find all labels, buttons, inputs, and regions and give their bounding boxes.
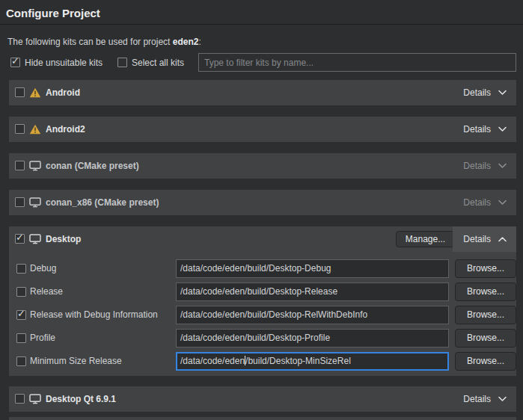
details-label: Details xyxy=(463,234,491,244)
kit-name: Android xyxy=(46,80,80,105)
title-separator xyxy=(0,24,523,25)
subtitle-prefix: The following kits can be used for proje… xyxy=(7,37,173,47)
kit-row-desktop-qt: Desktop Qt 6.9.1 Details xyxy=(9,386,516,412)
chevron-down-icon xyxy=(498,126,507,132)
kit-row-conan: conan (CMake preset) Details xyxy=(9,153,516,179)
hide-unsuitable-label: Hide unsuitable kits xyxy=(25,58,103,68)
build-config-row-debug: Debug /data/code/eden/build/Desktop-Debu… xyxy=(9,259,516,278)
kit-name: conan_x86 (CMake preset) xyxy=(46,190,159,215)
desktop-monitor-icon xyxy=(29,394,41,404)
warning-icon xyxy=(29,124,41,135)
page-title: Configure Project xyxy=(6,7,100,19)
kit-row-conan-x86: conan_x86 (CMake preset) Details xyxy=(9,190,516,215)
check-icon: ✓ xyxy=(16,232,24,242)
config-checkbox[interactable] xyxy=(16,356,26,366)
details-button[interactable]: Details xyxy=(453,386,516,412)
next-kit-row-partial xyxy=(9,417,516,420)
configure-project-screen: Configure Project The following kits can… xyxy=(0,0,523,420)
details-label: Details xyxy=(463,394,491,404)
chevron-down-icon xyxy=(498,396,507,402)
chevron-down-icon xyxy=(498,200,507,206)
build-dir-value: /build/Desktop-MinSizeRel xyxy=(245,356,351,366)
kit-row-android2: Android2 Details xyxy=(9,117,516,142)
config-label: Release with Debug Information xyxy=(30,306,158,324)
config-checkbox[interactable] xyxy=(16,287,26,297)
details-label: Details xyxy=(463,197,491,208)
details-label: Details xyxy=(463,161,491,171)
browse-button[interactable]: Browse... xyxy=(455,259,516,278)
details-button[interactable]: Details xyxy=(453,153,516,179)
chevron-up-icon xyxy=(498,236,507,242)
kit-checkbox[interactable]: ✓ xyxy=(15,234,25,244)
desktop-monitor-icon xyxy=(29,197,41,208)
browse-button[interactable]: Browse... xyxy=(455,282,516,301)
details-button[interactable]: Details xyxy=(453,80,516,105)
build-dir-input[interactable]: /data/code/eden/build/Desktop-Debug xyxy=(176,259,449,278)
kit-checkbox[interactable] xyxy=(15,87,25,97)
build-dir-input[interactable]: /data/code/eden/build/Desktop-Release xyxy=(176,282,449,301)
config-checkbox[interactable]: ✓ xyxy=(16,310,26,320)
details-label: Details xyxy=(463,87,491,98)
kit-name: Desktop xyxy=(46,226,81,252)
details-button[interactable]: Details xyxy=(453,226,516,252)
kits-subtitle: The following kits can be used for proje… xyxy=(7,37,201,47)
build-dir-value: /data/code/eden xyxy=(180,356,245,366)
build-dir-input-focused[interactable]: /data/code/eden/build/Desktop-MinSizeRel xyxy=(176,352,449,371)
build-dir-input[interactable]: /data/code/eden/build/Desktop-Profile xyxy=(176,329,449,348)
kit-name: Desktop Qt 6.9.1 xyxy=(46,386,116,412)
build-dir-value: /data/code/eden/build/Desktop-Debug xyxy=(180,263,331,274)
browse-button[interactable]: Browse... xyxy=(455,352,516,371)
kit-row-android: Android Details xyxy=(9,80,516,105)
select-all-checkbox[interactable] xyxy=(117,58,127,67)
config-label: Debug xyxy=(30,259,56,278)
kit-name: Android2 xyxy=(46,117,85,142)
check-icon: ✓ xyxy=(11,56,19,66)
check-icon: ✓ xyxy=(17,309,25,318)
kit-checkbox[interactable] xyxy=(15,394,25,404)
desktop-monitor-icon xyxy=(29,234,41,244)
build-dir-input[interactable]: /data/code/eden/build/Desktop-RelWithDeb… xyxy=(176,306,449,324)
config-label: Minimum Size Release xyxy=(30,352,122,371)
config-label: Profile xyxy=(30,329,55,348)
config-checkbox[interactable] xyxy=(16,333,26,343)
details-label: Details xyxy=(463,124,491,135)
build-dir-value: /data/code/eden/build/Desktop-Profile xyxy=(180,333,330,343)
kit-row-desktop: ✓ Desktop Manage... Details xyxy=(9,226,516,252)
config-checkbox[interactable] xyxy=(16,264,26,274)
browse-button[interactable]: Browse... xyxy=(455,306,516,324)
kit-name: conan (CMake preset) xyxy=(46,153,139,179)
kit-filter-input[interactable] xyxy=(198,53,516,72)
build-config-row-profile: Profile /data/code/eden/build/Desktop-Pr… xyxy=(9,329,516,348)
hide-unsuitable-checkbox[interactable]: ✓ xyxy=(10,58,20,67)
kit-checkbox[interactable] xyxy=(15,197,25,207)
config-label: Release xyxy=(30,282,63,301)
build-config-row-release: Release /data/code/eden/build/Desktop-Re… xyxy=(9,282,516,301)
chevron-down-icon xyxy=(498,90,507,96)
desktop-monitor-icon xyxy=(29,161,41,171)
subtitle-suffix: : xyxy=(198,37,201,47)
kit-group-desktop: ✓ Desktop Manage... Details Debug /data/… xyxy=(9,226,516,376)
warning-icon xyxy=(29,87,41,98)
details-button[interactable]: Details xyxy=(453,190,516,215)
kit-checkbox[interactable] xyxy=(15,161,25,170)
select-all-label: Select all kits xyxy=(132,58,184,68)
kit-checkbox[interactable] xyxy=(15,124,25,134)
project-name: eden2 xyxy=(173,37,199,47)
build-dir-value: /data/code/eden/build/Desktop-Release xyxy=(180,286,337,297)
build-config-row-minsizerel: Minimum Size Release /data/code/eden/bui… xyxy=(9,352,516,371)
manage-button[interactable]: Manage... xyxy=(396,231,455,247)
details-button[interactable]: Details xyxy=(453,117,516,142)
build-config-row-relwithdebinfo: ✓ Release with Debug Information /data/c… xyxy=(9,306,516,324)
chevron-down-icon xyxy=(498,163,507,169)
browse-button[interactable]: Browse... xyxy=(455,329,516,348)
build-dir-value: /data/code/eden/build/Desktop-RelWithDeb… xyxy=(180,309,367,320)
